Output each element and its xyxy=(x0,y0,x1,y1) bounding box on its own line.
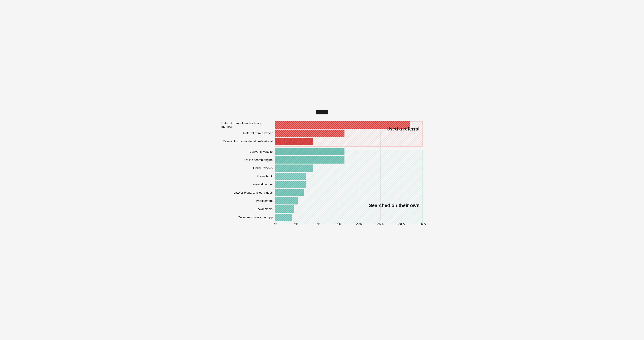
bar-row xyxy=(275,138,422,145)
x-axis: 0%5%10%15%20%25%30%35% xyxy=(275,222,422,227)
x-tick: 30% xyxy=(398,222,405,226)
bar-stripe xyxy=(275,138,313,145)
bar-label: Referral from a non-legal professional xyxy=(222,138,275,145)
bar-stripe xyxy=(275,214,292,221)
bar-row xyxy=(275,189,422,196)
bar-row xyxy=(275,173,422,180)
bar-row xyxy=(275,181,422,188)
chart-area: Referral from a friend or family memberR… xyxy=(222,121,422,221)
bar-row xyxy=(275,214,422,221)
bar-stripe xyxy=(275,129,344,137)
x-tick: 10% xyxy=(314,222,320,226)
bar-label: Social media xyxy=(222,205,275,213)
bar-stripe xyxy=(275,164,313,172)
bar-row xyxy=(275,148,422,155)
bar-row xyxy=(275,156,422,163)
bar-stripe xyxy=(275,156,344,163)
bar-label: Online map service or app xyxy=(222,214,275,221)
x-tick: 20% xyxy=(356,222,362,226)
bar-label: Lawyer’s website xyxy=(222,148,275,155)
bar-stripe xyxy=(275,181,306,188)
bar-label: Referral from a friend or family member xyxy=(222,121,275,129)
labels-column: Referral from a friend or family memberR… xyxy=(222,121,275,221)
bar-label: Online reviews xyxy=(222,164,275,172)
chart-container: Referral from a friend or family memberR… xyxy=(212,104,432,236)
bar-stripe xyxy=(275,189,304,196)
bar-row xyxy=(275,164,422,172)
referral-annotation: Used a referral xyxy=(386,126,420,132)
x-tick: 25% xyxy=(377,222,384,226)
x-tick: 5% xyxy=(294,222,298,226)
chart-title-wrapper xyxy=(222,110,422,115)
bar-label: Online search engine xyxy=(222,156,275,163)
own-annotation: Searched on their own xyxy=(369,203,420,208)
bar-stripe xyxy=(275,197,298,205)
x-tick: 15% xyxy=(335,222,341,226)
bar-stripe xyxy=(275,173,306,180)
bars-column: Used a referralSearched on their own xyxy=(275,121,422,221)
bar-label: Lawyer blogs, articles, videos xyxy=(222,189,275,196)
x-tick: 0% xyxy=(273,222,277,226)
bar-stripe xyxy=(275,205,294,213)
x-tick: 35% xyxy=(420,222,426,226)
bar-stripe xyxy=(275,148,344,155)
bar-label: Advertisement xyxy=(222,197,275,205)
chart-title xyxy=(316,110,328,114)
bar-label: Lawyer directory xyxy=(222,181,275,188)
bar-label: Phone book xyxy=(222,173,275,180)
bar-label: Referral from a lawyer xyxy=(222,129,275,137)
